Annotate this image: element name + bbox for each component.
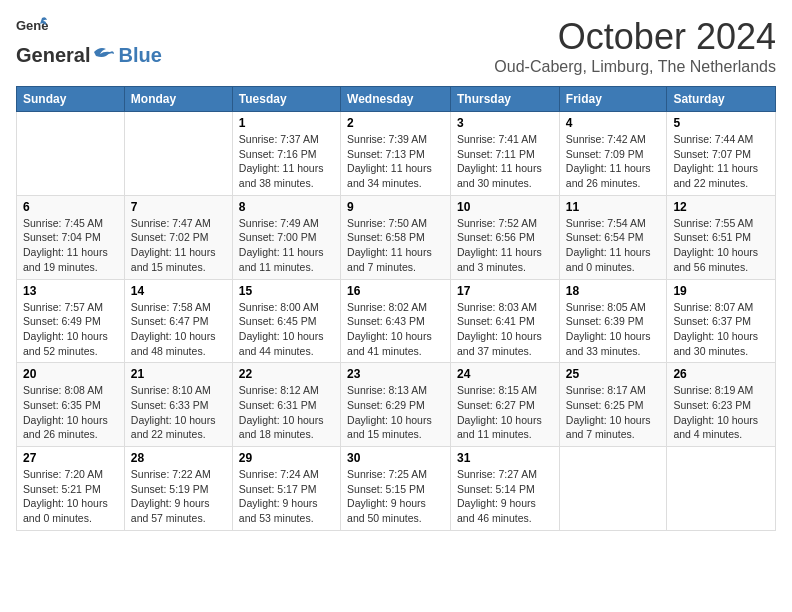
day-info: Sunrise: 8:17 AM Sunset: 6:25 PM Dayligh… bbox=[566, 383, 661, 442]
calendar-cell: 2Sunrise: 7:39 AM Sunset: 7:13 PM Daylig… bbox=[341, 112, 451, 196]
calendar-cell: 7Sunrise: 7:47 AM Sunset: 7:02 PM Daylig… bbox=[124, 195, 232, 279]
calendar-cell: 29Sunrise: 7:24 AM Sunset: 5:17 PM Dayli… bbox=[232, 447, 340, 531]
calendar-cell: 9Sunrise: 7:50 AM Sunset: 6:58 PM Daylig… bbox=[341, 195, 451, 279]
day-number: 10 bbox=[457, 200, 553, 214]
calendar-cell: 27Sunrise: 7:20 AM Sunset: 5:21 PM Dayli… bbox=[17, 447, 125, 531]
day-number: 15 bbox=[239, 284, 334, 298]
day-number: 8 bbox=[239, 200, 334, 214]
calendar-cell bbox=[667, 447, 776, 531]
day-number: 27 bbox=[23, 451, 118, 465]
calendar-cell: 4Sunrise: 7:42 AM Sunset: 7:09 PM Daylig… bbox=[559, 112, 667, 196]
calendar-cell: 15Sunrise: 8:00 AM Sunset: 6:45 PM Dayli… bbox=[232, 279, 340, 363]
day-number: 5 bbox=[673, 116, 769, 130]
day-info: Sunrise: 8:10 AM Sunset: 6:33 PM Dayligh… bbox=[131, 383, 226, 442]
day-info: Sunrise: 7:52 AM Sunset: 6:56 PM Dayligh… bbox=[457, 216, 553, 275]
day-number: 13 bbox=[23, 284, 118, 298]
calendar-cell bbox=[559, 447, 667, 531]
calendar-cell: 31Sunrise: 7:27 AM Sunset: 5:14 PM Dayli… bbox=[451, 447, 560, 531]
calendar-cell: 25Sunrise: 8:17 AM Sunset: 6:25 PM Dayli… bbox=[559, 363, 667, 447]
day-info: Sunrise: 7:24 AM Sunset: 5:17 PM Dayligh… bbox=[239, 467, 334, 526]
day-info: Sunrise: 7:39 AM Sunset: 7:13 PM Dayligh… bbox=[347, 132, 444, 191]
day-number: 21 bbox=[131, 367, 226, 381]
calendar-week-row: 6Sunrise: 7:45 AM Sunset: 7:04 PM Daylig… bbox=[17, 195, 776, 279]
column-header-tuesday: Tuesday bbox=[232, 87, 340, 112]
logo-general: General bbox=[16, 44, 90, 67]
day-number: 11 bbox=[566, 200, 661, 214]
title-block: October 2024 Oud-Caberg, Limburg, The Ne… bbox=[494, 16, 776, 76]
day-info: Sunrise: 7:58 AM Sunset: 6:47 PM Dayligh… bbox=[131, 300, 226, 359]
day-number: 29 bbox=[239, 451, 334, 465]
calendar-cell: 20Sunrise: 8:08 AM Sunset: 6:35 PM Dayli… bbox=[17, 363, 125, 447]
day-info: Sunrise: 8:13 AM Sunset: 6:29 PM Dayligh… bbox=[347, 383, 444, 442]
calendar-cell bbox=[124, 112, 232, 196]
calendar-cell: 23Sunrise: 8:13 AM Sunset: 6:29 PM Dayli… bbox=[341, 363, 451, 447]
calendar-cell: 1Sunrise: 7:37 AM Sunset: 7:16 PM Daylig… bbox=[232, 112, 340, 196]
day-info: Sunrise: 7:20 AM Sunset: 5:21 PM Dayligh… bbox=[23, 467, 118, 526]
day-info: Sunrise: 7:44 AM Sunset: 7:07 PM Dayligh… bbox=[673, 132, 769, 191]
day-number: 25 bbox=[566, 367, 661, 381]
column-header-thursday: Thursday bbox=[451, 87, 560, 112]
day-number: 18 bbox=[566, 284, 661, 298]
day-number: 28 bbox=[131, 451, 226, 465]
calendar-cell: 16Sunrise: 8:02 AM Sunset: 6:43 PM Dayli… bbox=[341, 279, 451, 363]
calendar-cell: 22Sunrise: 8:12 AM Sunset: 6:31 PM Dayli… bbox=[232, 363, 340, 447]
column-header-monday: Monday bbox=[124, 87, 232, 112]
logo: General General Blue bbox=[16, 16, 162, 67]
calendar-week-row: 13Sunrise: 7:57 AM Sunset: 6:49 PM Dayli… bbox=[17, 279, 776, 363]
day-info: Sunrise: 8:05 AM Sunset: 6:39 PM Dayligh… bbox=[566, 300, 661, 359]
calendar-cell: 30Sunrise: 7:25 AM Sunset: 5:15 PM Dayli… bbox=[341, 447, 451, 531]
day-info: Sunrise: 7:50 AM Sunset: 6:58 PM Dayligh… bbox=[347, 216, 444, 275]
column-header-friday: Friday bbox=[559, 87, 667, 112]
bird-icon bbox=[92, 44, 116, 62]
day-info: Sunrise: 7:42 AM Sunset: 7:09 PM Dayligh… bbox=[566, 132, 661, 191]
logo-icon: General bbox=[16, 16, 48, 44]
day-number: 20 bbox=[23, 367, 118, 381]
calendar-cell: 24Sunrise: 8:15 AM Sunset: 6:27 PM Dayli… bbox=[451, 363, 560, 447]
calendar-cell: 18Sunrise: 8:05 AM Sunset: 6:39 PM Dayli… bbox=[559, 279, 667, 363]
day-info: Sunrise: 8:00 AM Sunset: 6:45 PM Dayligh… bbox=[239, 300, 334, 359]
day-info: Sunrise: 7:47 AM Sunset: 7:02 PM Dayligh… bbox=[131, 216, 226, 275]
calendar-cell: 12Sunrise: 7:55 AM Sunset: 6:51 PM Dayli… bbox=[667, 195, 776, 279]
day-info: Sunrise: 8:12 AM Sunset: 6:31 PM Dayligh… bbox=[239, 383, 334, 442]
day-info: Sunrise: 7:41 AM Sunset: 7:11 PM Dayligh… bbox=[457, 132, 553, 191]
calendar-cell: 11Sunrise: 7:54 AM Sunset: 6:54 PM Dayli… bbox=[559, 195, 667, 279]
day-info: Sunrise: 8:07 AM Sunset: 6:37 PM Dayligh… bbox=[673, 300, 769, 359]
day-number: 16 bbox=[347, 284, 444, 298]
calendar-cell: 26Sunrise: 8:19 AM Sunset: 6:23 PM Dayli… bbox=[667, 363, 776, 447]
day-info: Sunrise: 7:49 AM Sunset: 7:00 PM Dayligh… bbox=[239, 216, 334, 275]
logo-blue: Blue bbox=[118, 44, 161, 67]
day-number: 30 bbox=[347, 451, 444, 465]
calendar-cell: 28Sunrise: 7:22 AM Sunset: 5:19 PM Dayli… bbox=[124, 447, 232, 531]
calendar-cell: 14Sunrise: 7:58 AM Sunset: 6:47 PM Dayli… bbox=[124, 279, 232, 363]
day-number: 22 bbox=[239, 367, 334, 381]
calendar-cell bbox=[17, 112, 125, 196]
calendar-week-row: 20Sunrise: 8:08 AM Sunset: 6:35 PM Dayli… bbox=[17, 363, 776, 447]
day-number: 2 bbox=[347, 116, 444, 130]
day-info: Sunrise: 7:37 AM Sunset: 7:16 PM Dayligh… bbox=[239, 132, 334, 191]
day-info: Sunrise: 8:08 AM Sunset: 6:35 PM Dayligh… bbox=[23, 383, 118, 442]
day-info: Sunrise: 7:57 AM Sunset: 6:49 PM Dayligh… bbox=[23, 300, 118, 359]
calendar-table: SundayMondayTuesdayWednesdayThursdayFrid… bbox=[16, 86, 776, 531]
calendar-cell: 3Sunrise: 7:41 AM Sunset: 7:11 PM Daylig… bbox=[451, 112, 560, 196]
day-info: Sunrise: 8:03 AM Sunset: 6:41 PM Dayligh… bbox=[457, 300, 553, 359]
day-info: Sunrise: 7:55 AM Sunset: 6:51 PM Dayligh… bbox=[673, 216, 769, 275]
calendar-week-row: 27Sunrise: 7:20 AM Sunset: 5:21 PM Dayli… bbox=[17, 447, 776, 531]
calendar-week-row: 1Sunrise: 7:37 AM Sunset: 7:16 PM Daylig… bbox=[17, 112, 776, 196]
day-number: 24 bbox=[457, 367, 553, 381]
calendar-cell: 5Sunrise: 7:44 AM Sunset: 7:07 PM Daylig… bbox=[667, 112, 776, 196]
day-number: 14 bbox=[131, 284, 226, 298]
calendar-header-row: SundayMondayTuesdayWednesdayThursdayFrid… bbox=[17, 87, 776, 112]
day-info: Sunrise: 7:27 AM Sunset: 5:14 PM Dayligh… bbox=[457, 467, 553, 526]
day-number: 4 bbox=[566, 116, 661, 130]
day-number: 17 bbox=[457, 284, 553, 298]
calendar-cell: 6Sunrise: 7:45 AM Sunset: 7:04 PM Daylig… bbox=[17, 195, 125, 279]
day-number: 19 bbox=[673, 284, 769, 298]
day-info: Sunrise: 8:15 AM Sunset: 6:27 PM Dayligh… bbox=[457, 383, 553, 442]
calendar-cell: 21Sunrise: 8:10 AM Sunset: 6:33 PM Dayli… bbox=[124, 363, 232, 447]
calendar-cell: 10Sunrise: 7:52 AM Sunset: 6:56 PM Dayli… bbox=[451, 195, 560, 279]
day-number: 3 bbox=[457, 116, 553, 130]
day-number: 9 bbox=[347, 200, 444, 214]
day-number: 6 bbox=[23, 200, 118, 214]
column-header-wednesday: Wednesday bbox=[341, 87, 451, 112]
location: Oud-Caberg, Limburg, The Netherlands bbox=[494, 58, 776, 76]
